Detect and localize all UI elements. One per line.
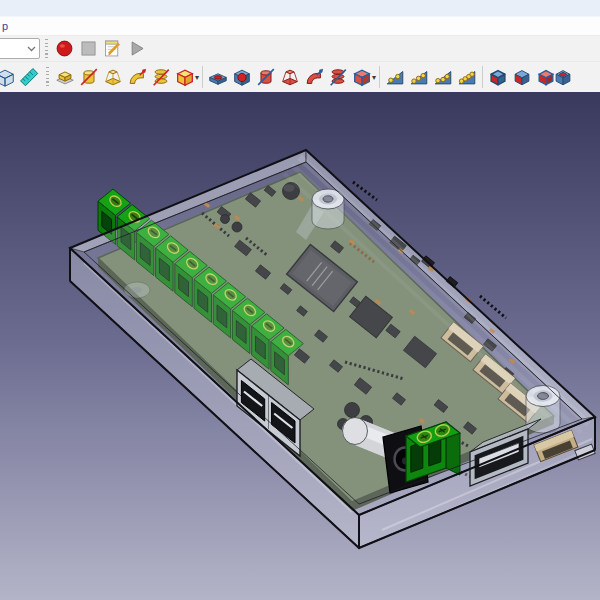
fillet-icon bbox=[487, 66, 509, 88]
subtractive-loft-button[interactable] bbox=[278, 65, 302, 89]
toolbar-grip[interactable] bbox=[46, 67, 49, 87]
3d-scene[interactable] bbox=[0, 92, 600, 600]
chevron-down-icon bbox=[27, 46, 36, 52]
edit-macro-button[interactable] bbox=[100, 37, 124, 61]
fillet-button[interactable] bbox=[486, 65, 510, 89]
toolbar-row-macro bbox=[0, 36, 600, 62]
pocket-button[interactable] bbox=[206, 65, 230, 89]
execute-macro-icon bbox=[126, 38, 147, 59]
subtractive-helix-button[interactable] bbox=[326, 65, 350, 89]
additive-pipe-button[interactable] bbox=[125, 65, 149, 89]
execute-macro-button[interactable] bbox=[124, 37, 148, 61]
chamfer-icon bbox=[511, 66, 533, 88]
subtractive-loft-icon bbox=[279, 66, 301, 88]
subtractive-primitive-icon bbox=[351, 66, 373, 88]
additive-helix-button[interactable] bbox=[149, 65, 173, 89]
toolbar-grip[interactable] bbox=[45, 39, 48, 59]
thickness-button[interactable] bbox=[551, 65, 575, 89]
pocket-icon bbox=[207, 66, 229, 88]
subtractive-primitive-button[interactable] bbox=[350, 65, 374, 89]
edit-macro-icon bbox=[102, 38, 123, 59]
additive-primitive-button[interactable] bbox=[173, 65, 197, 89]
additive-primitive-icon bbox=[174, 66, 196, 88]
additive-loft-icon bbox=[102, 66, 124, 88]
measure-icon bbox=[18, 66, 40, 88]
toolbar-separator bbox=[482, 66, 483, 88]
measure-button[interactable] bbox=[17, 65, 41, 89]
workbench-selector[interactable] bbox=[0, 38, 40, 59]
create-body-button[interactable] bbox=[0, 65, 17, 89]
toolbar-row-partdesign: ▾▾ bbox=[0, 62, 600, 92]
hole-button[interactable] bbox=[230, 65, 254, 89]
subtractive-pipe-button[interactable] bbox=[302, 65, 326, 89]
3d-viewport[interactable] bbox=[0, 92, 600, 600]
multitransform-button[interactable] bbox=[455, 65, 479, 89]
linear-pattern-icon bbox=[408, 66, 430, 88]
polar-pattern-icon bbox=[432, 66, 454, 88]
subtractive-helix-icon bbox=[327, 66, 349, 88]
pad-icon bbox=[54, 66, 76, 88]
linear-pattern-button[interactable] bbox=[407, 65, 431, 89]
groove-button[interactable] bbox=[254, 65, 278, 89]
revolution-button[interactable] bbox=[77, 65, 101, 89]
chamfer-button[interactable] bbox=[510, 65, 534, 89]
polar-pattern-button[interactable] bbox=[431, 65, 455, 89]
mirrored-button[interactable] bbox=[383, 65, 407, 89]
toolbar-separator bbox=[202, 66, 203, 88]
additive-helix-icon bbox=[150, 66, 172, 88]
thickness-icon bbox=[552, 66, 574, 88]
mirrored-icon bbox=[384, 66, 406, 88]
create-body-icon bbox=[0, 66, 16, 88]
record-macro-icon bbox=[54, 38, 75, 59]
subtractive-pipe-icon bbox=[303, 66, 325, 88]
stop-macro-button[interactable] bbox=[76, 37, 100, 61]
groove-icon bbox=[255, 66, 277, 88]
titlebar-strip bbox=[0, 0, 600, 17]
hole-icon bbox=[231, 66, 253, 88]
additive-pipe-icon bbox=[126, 66, 148, 88]
stop-macro-icon bbox=[78, 38, 99, 59]
menubar: p bbox=[0, 17, 600, 36]
toolbar-separator bbox=[379, 66, 380, 88]
menu-item-fragment[interactable]: p bbox=[2, 20, 8, 32]
additive-primitive-dropdown-arrow[interactable]: ▾ bbox=[195, 73, 199, 82]
subtractive-primitive-dropdown-arrow[interactable]: ▾ bbox=[372, 73, 376, 82]
pad-button[interactable] bbox=[53, 65, 77, 89]
additive-loft-button[interactable] bbox=[101, 65, 125, 89]
multitransform-icon bbox=[456, 66, 478, 88]
revolution-icon bbox=[78, 66, 100, 88]
record-macro-button[interactable] bbox=[52, 37, 76, 61]
